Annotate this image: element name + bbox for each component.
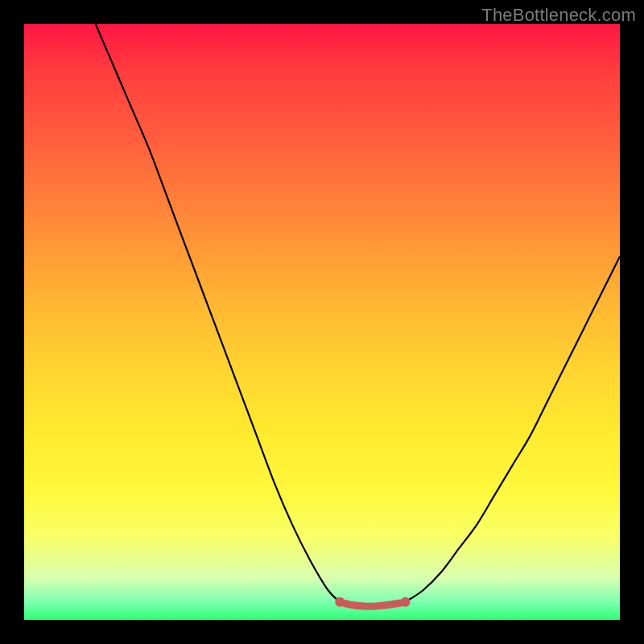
chart-frame: TheBottleneck.com bbox=[0, 0, 644, 644]
right-curve bbox=[406, 257, 620, 602]
plot-area bbox=[24, 24, 620, 620]
watermark-text: TheBottleneck.com bbox=[481, 5, 636, 26]
bottom-dot-left bbox=[335, 597, 345, 607]
bottom-band bbox=[340, 602, 405, 606]
bottom-dot-right bbox=[401, 597, 411, 607]
left-curve bbox=[96, 24, 340, 602]
curves-svg bbox=[24, 24, 620, 620]
